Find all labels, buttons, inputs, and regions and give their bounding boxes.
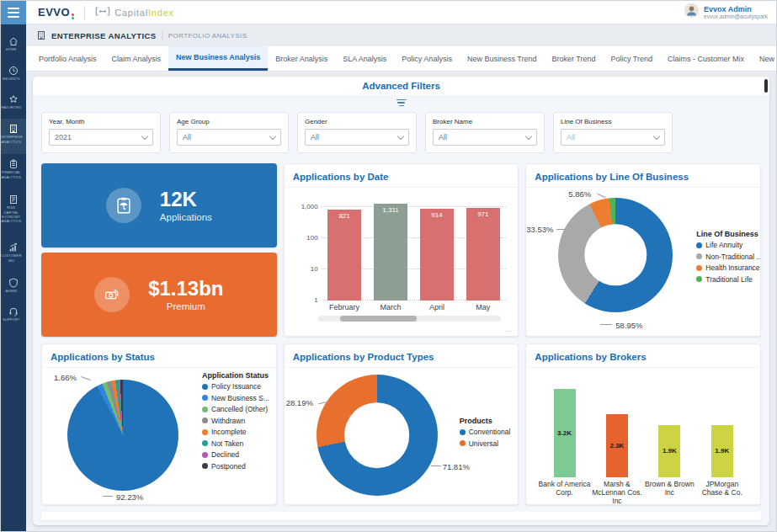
date-bar-chart: 1,0001001018211,311914971 bbox=[322, 198, 507, 301]
legend-item-conventional[interactable]: Conventional bbox=[460, 428, 511, 436]
bar-marsh-mclennan-cos-inc[interactable]: 2.3K bbox=[606, 414, 628, 477]
kpi-text: $1.13bnPremium bbox=[148, 278, 223, 311]
vertical-scrollbar-thumb[interactable] bbox=[764, 79, 768, 93]
legend-item-traditional-life[interactable]: Traditional Life bbox=[696, 275, 761, 284]
sidebar-item-home[interactable]: HOME bbox=[1, 31, 26, 61]
sidebar-item-admin[interactable]: ADMIN bbox=[1, 273, 26, 302]
legend-item-universal[interactable]: Universal bbox=[460, 439, 511, 448]
legend-dot bbox=[202, 395, 208, 401]
legend-item-not-taken[interactable]: Not Taken bbox=[202, 439, 269, 448]
tab-policy-analysis[interactable]: Policy Analysis bbox=[394, 46, 460, 71]
scroll-more-indicator[interactable]: ... bbox=[505, 326, 514, 333]
sidebar-item-favorites[interactable]: FAVORITES bbox=[1, 89, 26, 119]
menu-toggle-button[interactable] bbox=[1, 1, 26, 24]
headset-icon bbox=[8, 306, 19, 317]
legend: Line Of BusinessLife AnnuityNon-Traditio… bbox=[696, 230, 761, 286]
filter-select-year-month[interactable]: 2021 bbox=[49, 129, 153, 146]
leader-line bbox=[600, 324, 612, 325]
percent-label: 5.86% bbox=[568, 189, 591, 199]
filter-select-age-group[interactable]: All bbox=[177, 129, 281, 146]
bar-value-label: 821 bbox=[327, 212, 361, 220]
horizontal-scrollbar[interactable] bbox=[318, 316, 502, 322]
capitalindex-bracket-icon bbox=[95, 7, 110, 18]
legend-item-declined[interactable]: Declined bbox=[202, 450, 269, 459]
next-section-card bbox=[41, 512, 761, 520]
pie-chart bbox=[67, 380, 178, 491]
tab-sla-analysis[interactable]: SLA Analysis bbox=[335, 46, 394, 71]
bar-value-label: 1.9K bbox=[663, 447, 677, 455]
filter-select-gender[interactable]: All bbox=[305, 129, 409, 146]
breadcrumb-section: ENTERPRISE ANALYTICS bbox=[51, 31, 156, 40]
sidebar: HOMERECENTSFAVORITESENTERPRISE ANALYTICS… bbox=[1, 24, 26, 532]
tab-broker-analysis[interactable]: Broker Analysis bbox=[268, 46, 335, 71]
legend-item-life-annuity[interactable]: Life Annuity bbox=[696, 241, 761, 249]
sidebar-item-financial-analytics[interactable]: FINANCIAL ANALYTICS bbox=[1, 154, 26, 189]
x-axis-labels: Bank of America Corp.Marsh & McLennan Co… bbox=[538, 480, 748, 505]
scrollbar-thumb[interactable] bbox=[340, 316, 417, 322]
charts-grid: 12KApplications$1.13bnPremium Applicatio… bbox=[41, 163, 761, 505]
bar-chart-icon bbox=[8, 242, 19, 253]
sidebar-item-support[interactable]: SUPPORT bbox=[1, 301, 26, 331]
sidebar-item-customer-360[interactable]: CUSTOMER 360 bbox=[1, 237, 26, 273]
chart-title: Applications by Status bbox=[51, 352, 155, 362]
legend-item-cancelled-other[interactable]: Cancelled (Other) bbox=[202, 405, 269, 413]
chart-title: Applications by Product Types bbox=[293, 352, 434, 362]
applications-by-product-types-card: Applications by Product Types 28.19%71.8… bbox=[284, 343, 519, 505]
percent-label: 33.53% bbox=[526, 225, 553, 234]
kpi-label: Premium bbox=[148, 301, 223, 311]
filter-icon[interactable] bbox=[33, 97, 769, 109]
bar-bank-of-america-corp[interactable]: 3.2K bbox=[554, 389, 576, 477]
tab-bar: Portfolio AnalysisClaim AnalysisNew Busi… bbox=[26, 46, 776, 72]
sidebar-item-label: FINANCIAL ANALYTICS bbox=[0, 171, 23, 179]
bar-april[interactable]: 914 bbox=[420, 209, 454, 301]
user-name[interactable]: Evvox Admin bbox=[704, 5, 768, 13]
breadcrumb: ENTERPRISE ANALYTICS | PORTFOLIO ANALYSI… bbox=[26, 24, 776, 46]
legend-item-non-traditional[interactable]: Non-Traditional ... bbox=[696, 253, 761, 261]
tab-new-business-analysis[interactable]: New Business Analysis bbox=[168, 46, 268, 71]
tab-portfolio-analysis[interactable]: Portfolio Analysis bbox=[31, 46, 104, 71]
bar-jpmorgan-chase-co[interactable]: 1.9K bbox=[711, 425, 733, 477]
bar-march[interactable]: 1,311 bbox=[374, 204, 407, 301]
sidebar-item-recents[interactable]: RECENTS bbox=[1, 61, 26, 90]
legend-label: Traditional Life bbox=[705, 275, 752, 284]
logo-text: EVVO bbox=[38, 6, 70, 19]
legend-dot bbox=[460, 429, 466, 435]
tab-new-business-customer-mix[interactable]: New Business - Customer Mix bbox=[752, 46, 776, 71]
tab-new-business-trend[interactable]: New Business Trend bbox=[460, 46, 545, 71]
panel-header: Advanced Filters bbox=[33, 77, 769, 95]
filter-select-broker-name[interactable]: All bbox=[433, 129, 537, 146]
filter-select-line-of-business[interactable]: All bbox=[561, 129, 665, 146]
main-area: ENTERPRISE ANALYTICS | PORTFOLIO ANALYSI… bbox=[26, 24, 776, 532]
tab-policy-trend[interactable]: Policy Trend bbox=[603, 46, 660, 71]
sidebar-item-enterprise-analytics[interactable]: ENTERPRISE ANALYTICS bbox=[1, 119, 26, 154]
card-header: Applications by Product Types bbox=[285, 344, 519, 368]
filter-value: 2021 bbox=[55, 133, 72, 141]
bar-may[interactable]: 971 bbox=[466, 208, 500, 301]
x-tick-label: Bank of America Corp. bbox=[539, 480, 591, 505]
percent-label: 1.66% bbox=[54, 373, 77, 382]
legend-item-postponed[interactable]: Postponed bbox=[202, 462, 269, 471]
bar-february[interactable]: 821 bbox=[327, 210, 361, 301]
legend-item-policy-issuance[interactable]: Policy Issuance bbox=[202, 382, 269, 391]
applications-by-status-card: Applications by Status 1.66%92.23%Applic… bbox=[41, 343, 277, 505]
legend-item-new-business-s[interactable]: New Business S... bbox=[202, 394, 269, 402]
sidebar-item-risk-capital-economy-analytics[interactable]: RISK CAPITAL ECONOMY ANALYTICS bbox=[1, 189, 26, 237]
legend-item-health-insurance[interactable]: Health Insurance bbox=[696, 263, 761, 272]
percent-label: 71.81% bbox=[443, 462, 470, 471]
sidebar-item-label: ENTERPRISE ANALYTICS bbox=[0, 136, 23, 144]
legend-label: Health Insurance bbox=[705, 263, 759, 272]
legend-item-incomplete[interactable]: Incomplete bbox=[202, 428, 269, 436]
x-tick-label: Brown & Brown Inc bbox=[643, 480, 695, 505]
tab-claim-analysis[interactable]: Claim Analysis bbox=[104, 46, 169, 71]
topbar-divider bbox=[84, 6, 85, 19]
tab-broker-trend[interactable]: Broker Trend bbox=[544, 46, 603, 71]
filter-label: Gender bbox=[305, 118, 409, 125]
user-chip[interactable]: Evvox Admin evvox.admin@acuityspark bbox=[684, 3, 776, 21]
tab-claims-customer-mix[interactable]: Claims - Customer Mix bbox=[660, 46, 752, 71]
leader-line bbox=[81, 376, 91, 380]
bar-value-label: 914 bbox=[420, 211, 454, 219]
bar-brown-brown-inc[interactable]: 1.9K bbox=[658, 425, 680, 477]
enterprise-building-icon bbox=[36, 30, 46, 40]
legend-item-withdrawn[interactable]: Withdrawn bbox=[202, 417, 269, 425]
bar-value-label: 3.2K bbox=[557, 429, 572, 437]
